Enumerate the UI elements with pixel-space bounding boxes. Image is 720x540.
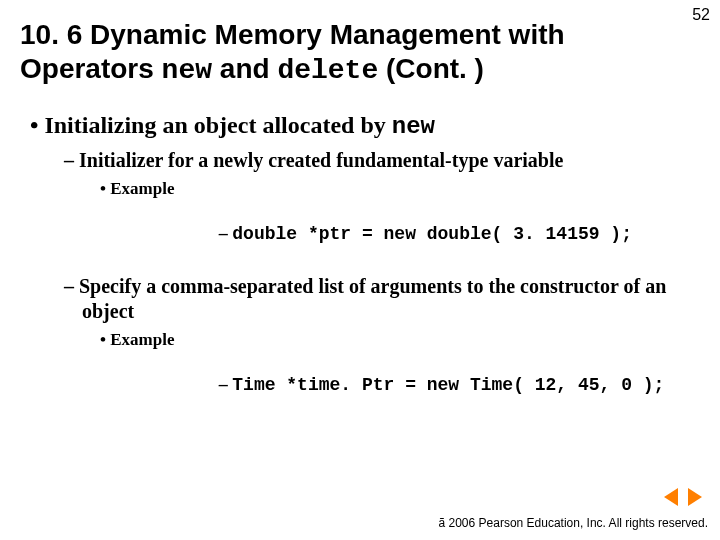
bullet-l1-text: Initializing an object allocated by xyxy=(44,112,391,138)
code-example-double: double *ptr = new double( 3. 14159 ); xyxy=(136,203,690,264)
copyright-footer: ã 2006 Pearson Education, Inc. All right… xyxy=(439,516,709,530)
slide-title: 10. 6 Dynamic Memory Management with Ope… xyxy=(20,18,640,87)
bullet-level3-example-2: Example xyxy=(100,330,690,350)
code-example-time: Time *time. Ptr = new Time( 12, 45, 0 ); xyxy=(136,354,690,415)
bullet-level1: Initializing an object allocated by new xyxy=(30,112,690,140)
slide: 52 10. 6 Dynamic Memory Management with … xyxy=(0,0,720,540)
title-text-2: and xyxy=(220,53,278,84)
title-text-3: (Cont. ) xyxy=(386,53,484,84)
bullet-level2-initializer: Initializer for a newly created fundamen… xyxy=(64,148,690,173)
prev-slide-icon[interactable] xyxy=(664,488,678,506)
next-slide-icon[interactable] xyxy=(688,488,702,506)
title-keyword-new: new xyxy=(162,55,212,86)
bullet-l2a-text: Initializer for a newly created fundamen… xyxy=(79,149,563,171)
example-label-2: Example xyxy=(110,330,174,349)
code-line-2: Time *time. Ptr = new Time( 12, 45, 0 ); xyxy=(232,375,664,395)
footer-text: ã 2006 Pearson Education, Inc. All right… xyxy=(439,516,709,530)
bullet-l2b-text: Specify a comma-separated list of argume… xyxy=(79,275,666,322)
code-line-1: double *ptr = new double( 3. 14159 ); xyxy=(232,224,632,244)
nav-arrows xyxy=(658,488,702,510)
example-label-1: Example xyxy=(110,179,174,198)
title-keyword-delete: delete xyxy=(277,55,378,86)
bullet-l1-keyword-new: new xyxy=(392,113,435,140)
bullet-level3-example-1: Example xyxy=(100,179,690,199)
slide-body: Initializing an object allocated by new … xyxy=(30,112,690,425)
bullet-level2-constructor: Specify a comma-separated list of argume… xyxy=(64,274,690,324)
page-number: 52 xyxy=(692,6,710,24)
